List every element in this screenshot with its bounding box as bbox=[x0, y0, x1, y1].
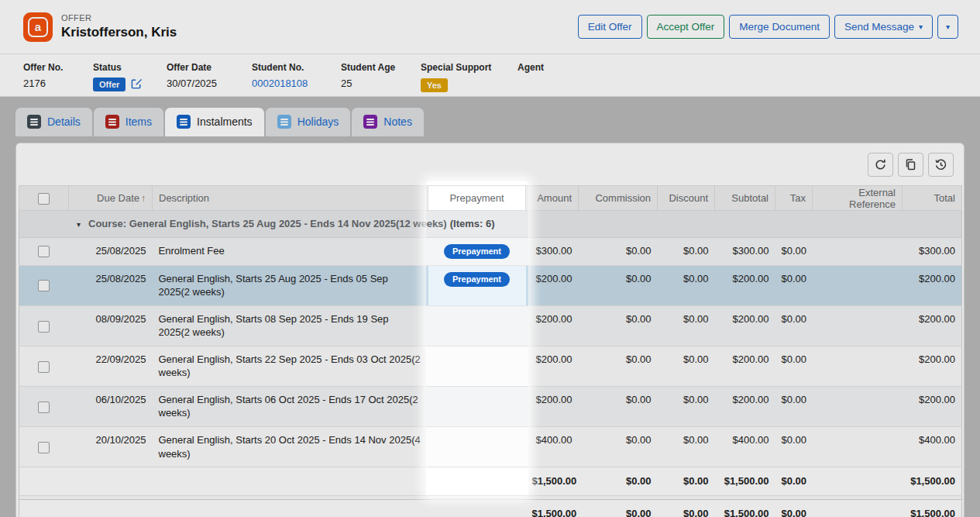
row-checkbox[interactable] bbox=[38, 361, 50, 373]
details-tab-icon bbox=[27, 115, 41, 129]
tab-instalments[interactable]: Instalments bbox=[165, 108, 264, 136]
col-amount[interactable]: Amount bbox=[526, 186, 579, 211]
merge-document-button[interactable]: Merge Document bbox=[729, 15, 830, 39]
due-date-cell: 06/10/2025 bbox=[69, 386, 153, 426]
app-logo-glyph: a bbox=[28, 17, 48, 37]
top-bar: a OFFER Kristofferson, Kris Edit Offer A… bbox=[0, 0, 980, 54]
record-type-label: OFFER bbox=[61, 13, 177, 22]
prepayment-cell bbox=[428, 346, 526, 386]
amount-cell: $200.00 bbox=[526, 265, 579, 305]
subtotal-cell: $200.00 bbox=[715, 305, 775, 346]
brand: a OFFER Kristofferson, Kris bbox=[23, 12, 177, 42]
col-commission[interactable]: Commission bbox=[579, 186, 658, 211]
offer-date-label: Offer Date bbox=[167, 62, 252, 73]
page-title: Kristofferson, Kris bbox=[61, 25, 177, 40]
send-message-button[interactable]: Send Message▾ bbox=[834, 15, 933, 39]
more-actions-dropdown-button[interactable]: ▾ bbox=[937, 15, 958, 39]
edit-status-button[interactable] bbox=[131, 78, 143, 89]
history-icon bbox=[934, 158, 947, 171]
tax-cell: $0.00 bbox=[775, 237, 813, 265]
description-cell: General English, Starts 22 Sep 2025 - En… bbox=[153, 346, 428, 386]
due-date-cell: 08/09/2025 bbox=[69, 305, 153, 346]
tab-bar: Details Items Instalments Holidays Notes bbox=[15, 108, 980, 136]
copy-icon bbox=[904, 158, 917, 171]
offer-summary-bar: Offer No. 2176 Status Offer Offer Date 3… bbox=[0, 54, 980, 97]
col-external-reference[interactable]: External Reference bbox=[813, 186, 903, 211]
offer-no-value: 2176 bbox=[23, 78, 93, 89]
tax-cell: $0.00 bbox=[775, 427, 813, 467]
refresh-button[interactable] bbox=[868, 153, 893, 177]
collapse-caret-icon[interactable]: ▾ bbox=[77, 220, 81, 229]
total-cell: $200.00 bbox=[903, 346, 962, 386]
app-logo-icon: a bbox=[23, 12, 53, 42]
col-discount[interactable]: Discount bbox=[658, 186, 715, 211]
offer-no-label: Offer No. bbox=[23, 62, 93, 73]
table-row[interactable]: 08/09/2025General English, Starts 08 Sep… bbox=[19, 305, 962, 346]
due-date-cell: 25/08/2025 bbox=[69, 237, 153, 265]
col-description[interactable]: Description bbox=[153, 186, 428, 211]
accept-offer-button[interactable]: Accept Offer bbox=[647, 15, 725, 39]
col-subtotal[interactable]: Subtotal bbox=[715, 186, 775, 211]
tab-items[interactable]: Items bbox=[94, 108, 163, 136]
row-checkbox[interactable] bbox=[38, 321, 50, 333]
total-cell: $200.00 bbox=[903, 305, 962, 346]
subtotal-cell: $200.00 bbox=[715, 386, 775, 426]
chevron-down-icon: ▾ bbox=[919, 23, 923, 31]
row-checkbox[interactable] bbox=[38, 442, 50, 453]
row-checkbox[interactable] bbox=[38, 246, 50, 257]
grid-toolbar bbox=[19, 143, 961, 185]
tab-holidays[interactable]: Holidays bbox=[266, 108, 351, 136]
copy-button[interactable] bbox=[898, 153, 923, 177]
refresh-icon bbox=[874, 158, 887, 171]
col-prepayment[interactable]: Prepayment bbox=[428, 186, 526, 211]
discount-cell: $0.00 bbox=[658, 265, 715, 305]
prepayment-cell: Prepayment bbox=[428, 265, 526, 305]
group-row[interactable]: ▾Course: General English, Starts 25 Aug … bbox=[19, 211, 962, 238]
tab-notes[interactable]: Notes bbox=[352, 108, 424, 136]
prepayment-cell bbox=[428, 386, 526, 426]
table-row[interactable]: 25/08/2025Enrolment FeePrepayment$300.00… bbox=[19, 237, 962, 265]
commission-cell: $0.00 bbox=[579, 305, 658, 346]
col-due-date[interactable]: Due Date↑ bbox=[69, 186, 153, 211]
total-cell: $200.00 bbox=[903, 265, 962, 305]
discount-cell: $0.00 bbox=[658, 305, 715, 346]
row-checkbox[interactable] bbox=[38, 402, 50, 413]
commission-cell: $0.00 bbox=[579, 237, 658, 265]
table-row[interactable]: 06/10/2025General English, Starts 06 Oct… bbox=[19, 386, 962, 426]
notes-tab-icon bbox=[363, 115, 377, 129]
table-row[interactable]: 22/09/2025General English, Starts 22 Sep… bbox=[19, 346, 962, 386]
external-reference-cell bbox=[813, 237, 903, 265]
group-label: Course: General English, Starts 25 Aug 2… bbox=[88, 218, 447, 229]
discount-cell: $0.00 bbox=[658, 386, 715, 426]
col-tax[interactable]: Tax bbox=[775, 186, 813, 211]
subtotal-cell: $200.00 bbox=[715, 346, 775, 386]
tab-details[interactable]: Details bbox=[15, 108, 92, 136]
table-row[interactable]: 20/10/2025General English, Starts 20 Oct… bbox=[19, 427, 962, 467]
student-age-label: Student Age bbox=[341, 62, 421, 73]
edit-offer-button[interactable]: Edit Offer bbox=[578, 15, 642, 39]
history-button[interactable] bbox=[928, 153, 954, 177]
row-checkbox[interactable] bbox=[38, 280, 50, 291]
description-cell: General English, Starts 20 Oct 2025 - En… bbox=[153, 427, 428, 467]
agent-label: Agent bbox=[518, 62, 610, 73]
group-items-count: (Items: 6) bbox=[450, 218, 495, 229]
offer-page: a OFFER Kristofferson, Kris Edit Offer A… bbox=[0, 0, 980, 517]
special-support-badge: Yes bbox=[421, 78, 448, 92]
prepayment-badge: Prepayment bbox=[444, 244, 510, 259]
description-cell: Enrolment Fee bbox=[153, 237, 428, 265]
special-support-label: Special Support bbox=[421, 62, 518, 73]
external-reference-cell bbox=[813, 386, 903, 426]
student-no-link[interactable]: 0002018108 bbox=[252, 78, 308, 89]
instalments-tab-icon bbox=[177, 115, 191, 129]
commission-cell: $0.00 bbox=[579, 386, 658, 426]
external-reference-cell bbox=[813, 265, 903, 305]
select-all-checkbox[interactable] bbox=[38, 193, 50, 205]
external-reference-cell bbox=[813, 346, 903, 386]
instalments-panel: Due Date↑ Description Prepayment Amount … bbox=[15, 143, 965, 517]
prepayment-badge: Prepayment bbox=[444, 272, 510, 287]
col-total[interactable]: Total bbox=[903, 186, 962, 211]
total-cell: $200.00 bbox=[903, 386, 962, 426]
grand-total-row: $1,500.00$0.00$0.00$1,500.00$0.00$1,500.… bbox=[19, 499, 962, 517]
table-row[interactable]: 25/08/2025General English, Starts 25 Aug… bbox=[19, 265, 962, 305]
amount-cell: $200.00 bbox=[526, 386, 579, 426]
